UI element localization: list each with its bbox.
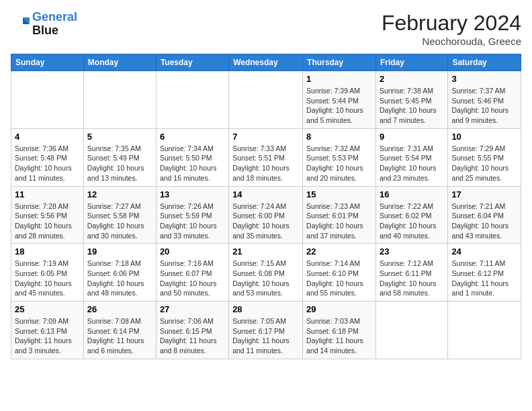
calendar-cell [229, 71, 303, 129]
day-number: 18 [15, 246, 80, 257]
day-number: 2 [380, 74, 444, 84]
calendar-cell: 6Sunrise: 7:34 AM Sunset: 5:50 PM Daylig… [156, 128, 228, 186]
day-info: Sunrise: 7:27 AM Sunset: 5:58 PM Dayligh… [87, 201, 152, 241]
calendar-cell: 23Sunrise: 7:12 AM Sunset: 6:11 PM Dayli… [375, 244, 447, 302]
calendar-cell: 7Sunrise: 7:33 AM Sunset: 5:51 PM Daylig… [229, 128, 303, 186]
calendar-cell: 1Sunrise: 7:39 AM Sunset: 5:44 PM Daylig… [303, 71, 376, 129]
calendar-cell [448, 302, 521, 359]
day-info: Sunrise: 7:34 AM Sunset: 5:50 PM Dayligh… [160, 144, 225, 183]
day-info: Sunrise: 7:05 AM Sunset: 6:17 PM Dayligh… [232, 316, 299, 356]
day-info: Sunrise: 7:26 AM Sunset: 5:59 PM Dayligh… [160, 201, 225, 241]
logo: General Blue [11, 11, 77, 38]
day-number: 28 [232, 304, 299, 314]
day-number: 3 [451, 74, 517, 84]
day-number: 25 [15, 304, 80, 314]
day-number: 20 [160, 246, 225, 257]
logo-icon [11, 15, 30, 34]
day-info: Sunrise: 7:09 AM Sunset: 6:13 PM Dayligh… [15, 316, 80, 356]
weekday-header-saturday: Saturday [448, 54, 521, 71]
calendar-cell: 21Sunrise: 7:15 AM Sunset: 6:08 PM Dayli… [229, 244, 303, 302]
calendar-cell: 19Sunrise: 7:18 AM Sunset: 6:06 PM Dayli… [83, 244, 156, 302]
weekday-header-friday: Friday [375, 54, 447, 71]
calendar-cell: 5Sunrise: 7:35 AM Sunset: 5:49 PM Daylig… [83, 128, 156, 186]
calendar-cell: 12Sunrise: 7:27 AM Sunset: 5:58 PM Dayli… [83, 186, 156, 244]
day-info: Sunrise: 7:19 AM Sunset: 6:05 PM Dayligh… [15, 259, 80, 298]
calendar-cell: 10Sunrise: 7:29 AM Sunset: 5:55 PM Dayli… [448, 128, 521, 186]
day-info: Sunrise: 7:16 AM Sunset: 6:07 PM Dayligh… [160, 259, 225, 298]
week-row-3: 11Sunrise: 7:28 AM Sunset: 5:56 PM Dayli… [11, 186, 521, 244]
calendar-cell: 20Sunrise: 7:16 AM Sunset: 6:07 PM Dayli… [156, 244, 228, 302]
day-number: 12 [87, 189, 152, 199]
day-number: 1 [306, 74, 372, 84]
day-number: 15 [306, 189, 372, 199]
logo-blue: Blue [32, 24, 58, 37]
logo-general: General [32, 10, 77, 24]
day-info: Sunrise: 7:32 AM Sunset: 5:53 PM Dayligh… [306, 144, 372, 183]
week-row-1: 1Sunrise: 7:39 AM Sunset: 5:44 PM Daylig… [11, 71, 521, 129]
calendar-cell [83, 71, 156, 129]
calendar-cell: 8Sunrise: 7:32 AM Sunset: 5:53 PM Daylig… [303, 128, 376, 186]
day-number: 24 [451, 246, 517, 257]
calendar-cell: 29Sunrise: 7:03 AM Sunset: 6:18 PM Dayli… [303, 302, 376, 359]
day-info: Sunrise: 7:12 AM Sunset: 6:11 PM Dayligh… [380, 259, 444, 298]
calendar-cell: 25Sunrise: 7:09 AM Sunset: 6:13 PM Dayli… [11, 302, 84, 359]
day-number: 17 [451, 189, 517, 199]
calendar-cell: 2Sunrise: 7:38 AM Sunset: 5:45 PM Daylig… [375, 71, 447, 129]
calendar-cell: 26Sunrise: 7:08 AM Sunset: 6:14 PM Dayli… [83, 302, 156, 359]
calendar-cell: 15Sunrise: 7:23 AM Sunset: 6:01 PM Dayli… [303, 186, 376, 244]
day-info: Sunrise: 7:37 AM Sunset: 5:46 PM Dayligh… [451, 86, 517, 126]
day-number: 22 [306, 246, 372, 257]
calendar-cell: 13Sunrise: 7:26 AM Sunset: 5:59 PM Dayli… [156, 186, 228, 244]
calendar-cell [156, 71, 228, 129]
weekday-header-sunday: Sunday [11, 54, 84, 71]
day-info: Sunrise: 7:36 AM Sunset: 5:48 PM Dayligh… [15, 144, 80, 183]
day-info: Sunrise: 7:35 AM Sunset: 5:49 PM Dayligh… [87, 144, 152, 183]
calendar-cell: 27Sunrise: 7:06 AM Sunset: 6:15 PM Dayli… [156, 302, 228, 359]
day-number: 4 [15, 132, 80, 142]
day-number: 23 [380, 246, 444, 257]
day-number: 10 [451, 132, 517, 142]
day-info: Sunrise: 7:39 AM Sunset: 5:44 PM Dayligh… [306, 86, 372, 126]
calendar-cell [375, 302, 447, 359]
day-number: 11 [15, 189, 80, 199]
week-row-4: 18Sunrise: 7:19 AM Sunset: 6:05 PM Dayli… [11, 244, 521, 302]
day-info: Sunrise: 7:29 AM Sunset: 5:55 PM Dayligh… [451, 144, 517, 183]
day-number: 13 [160, 189, 225, 199]
calendar-cell: 4Sunrise: 7:36 AM Sunset: 5:48 PM Daylig… [11, 128, 84, 186]
calendar-cell: 22Sunrise: 7:14 AM Sunset: 6:10 PM Dayli… [303, 244, 376, 302]
day-number: 26 [87, 304, 152, 314]
week-row-2: 4Sunrise: 7:36 AM Sunset: 5:48 PM Daylig… [11, 128, 521, 186]
calendar-cell: 16Sunrise: 7:22 AM Sunset: 6:02 PM Dayli… [375, 186, 447, 244]
day-info: Sunrise: 7:14 AM Sunset: 6:10 PM Dayligh… [306, 259, 372, 298]
day-info: Sunrise: 7:22 AM Sunset: 6:02 PM Dayligh… [380, 201, 444, 241]
day-number: 19 [87, 246, 152, 257]
day-number: 21 [232, 246, 299, 257]
day-info: Sunrise: 7:15 AM Sunset: 6:08 PM Dayligh… [232, 259, 299, 298]
day-info: Sunrise: 7:24 AM Sunset: 6:00 PM Dayligh… [232, 201, 299, 241]
weekday-header-tuesday: Tuesday [156, 54, 228, 71]
day-info: Sunrise: 7:38 AM Sunset: 5:45 PM Dayligh… [380, 86, 444, 126]
calendar-cell: 3Sunrise: 7:37 AM Sunset: 5:46 PM Daylig… [448, 71, 521, 129]
calendar-cell: 9Sunrise: 7:31 AM Sunset: 5:54 PM Daylig… [375, 128, 447, 186]
calendar-cell: 18Sunrise: 7:19 AM Sunset: 6:05 PM Dayli… [11, 244, 84, 302]
day-number: 9 [380, 132, 444, 142]
calendar-cell: 24Sunrise: 7:11 AM Sunset: 6:12 PM Dayli… [448, 244, 521, 302]
calendar-cell: 11Sunrise: 7:28 AM Sunset: 5:56 PM Dayli… [11, 186, 84, 244]
day-number: 14 [232, 189, 299, 199]
location-subtitle: Neochorouda, Greece [382, 36, 521, 47]
day-number: 29 [306, 304, 372, 314]
day-info: Sunrise: 7:18 AM Sunset: 6:06 PM Dayligh… [87, 259, 152, 298]
day-number: 16 [380, 189, 444, 199]
calendar-cell [11, 71, 84, 129]
calendar-cell: 17Sunrise: 7:21 AM Sunset: 6:04 PM Dayli… [448, 186, 521, 244]
day-info: Sunrise: 7:28 AM Sunset: 5:56 PM Dayligh… [15, 201, 80, 241]
weekday-header-wednesday: Wednesday [229, 54, 303, 71]
day-number: 5 [87, 132, 152, 142]
day-info: Sunrise: 7:03 AM Sunset: 6:18 PM Dayligh… [306, 316, 372, 356]
week-row-5: 25Sunrise: 7:09 AM Sunset: 6:13 PM Dayli… [11, 302, 521, 359]
title-block: February 2024 Neochorouda, Greece [382, 11, 521, 47]
day-info: Sunrise: 7:23 AM Sunset: 6:01 PM Dayligh… [306, 201, 372, 241]
calendar-cell: 14Sunrise: 7:24 AM Sunset: 6:00 PM Dayli… [229, 186, 303, 244]
calendar-table: SundayMondayTuesdayWednesdayThursdayFrid… [11, 54, 521, 359]
calendar-cell: 28Sunrise: 7:05 AM Sunset: 6:17 PM Dayli… [229, 302, 303, 359]
